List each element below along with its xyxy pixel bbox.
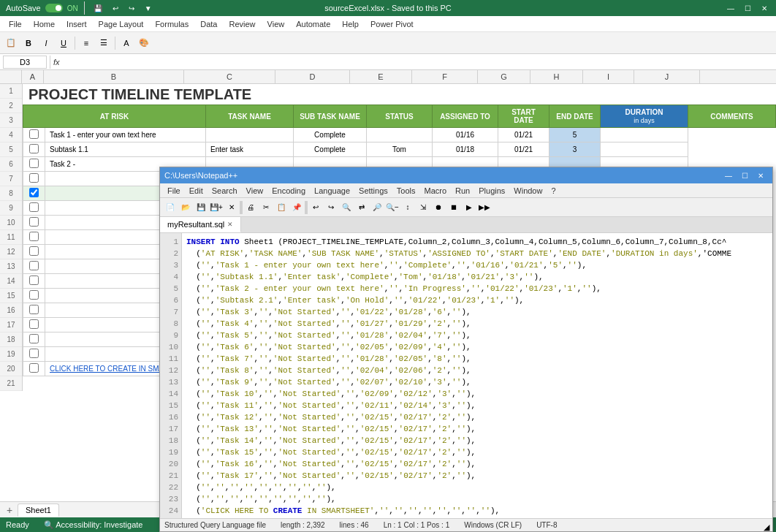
npp-undo-btn[interactable]: ↩ [308,200,323,215]
cb6[interactable] [29,202,39,212]
col-h[interactable]: H [530,70,583,83]
cb7[interactable] [29,217,39,227]
npp-open-btn[interactable]: 📂 [178,200,193,215]
col-f[interactable]: F [412,70,478,83]
npp-menu-file[interactable]: File [163,186,185,196]
col-i[interactable]: I [583,70,634,83]
col-a[interactable]: A [22,70,44,83]
more-icon[interactable]: ▼ [142,4,155,13]
checkbox-cell-2[interactable] [23,142,45,157]
npp-cut-btn[interactable]: ✂ [259,200,273,215]
menu-automate[interactable]: Automate [290,18,336,30]
npp-menu-run[interactable]: Run [451,186,474,196]
npp-zoom-in-btn[interactable]: 🔎 [370,200,384,215]
menu-page-layout[interactable]: Page Layout [93,18,150,30]
col-e[interactable]: E [350,70,412,83]
npp-redo-btn[interactable]: ↪ [324,200,338,215]
cb14[interactable] [29,319,39,329]
checkbox-cell-1[interactable] [23,128,45,142]
checkbox-cell-3[interactable] [23,157,45,172]
npp-minimize-button[interactable]: — [721,170,736,181]
col-d[interactable]: D [275,70,350,83]
cb-click[interactable] [29,363,39,373]
cb8[interactable] [29,232,39,241]
npp-close-button[interactable]: ✕ [753,170,768,181]
cb11[interactable] [29,276,39,285]
npp-copy-btn[interactable]: 📋 [274,200,289,215]
npp-print-btn[interactable]: 🖨 [243,200,258,215]
italic-icon[interactable]: I [38,35,54,51]
npp-code-editor[interactable]: INSERT INTO Sheet1 (PROJECT_TIMELINE_TEM… [182,233,772,392]
npp-menu-macro[interactable]: Macro [419,186,451,196]
npp-save-btn[interactable]: 💾 [194,200,208,215]
npp-macro-play-btn[interactable]: ▶ [462,200,476,215]
cb16[interactable] [29,349,39,358]
bold-icon[interactable]: B [20,35,37,51]
font-color-icon[interactable]: A [118,35,134,51]
checkbox-cell-4[interactable] [23,172,45,186]
npp-menu-view[interactable]: View [242,186,268,196]
npp-word-wrap-btn[interactable]: ⇲ [416,200,430,215]
npp-find-btn[interactable]: 🔍 [339,200,354,215]
npp-menu-encoding[interactable]: Encoding [267,186,310,196]
col-g[interactable]: G [478,70,530,83]
npp-restore-button[interactable]: ☐ [737,170,752,181]
menu-review[interactable]: Review [223,18,261,30]
npp-menu-tools[interactable]: Tools [392,186,420,196]
npp-menu-edit[interactable]: Edit [185,186,208,196]
formula-input[interactable] [63,58,773,66]
cb10[interactable] [29,261,39,270]
npp-menu-window[interactable]: Window [509,186,547,196]
align-left-icon[interactable]: ≡ [78,35,94,51]
redo-icon[interactable]: ↪ [126,4,137,13]
undo-icon[interactable]: ↩ [110,4,121,13]
underline-icon[interactable]: U [56,35,72,51]
fill-color-icon[interactable]: 🎨 [136,35,152,51]
menu-file[interactable]: File [3,18,28,30]
menu-help[interactable]: Help [336,18,365,30]
name-box[interactable] [3,56,47,69]
npp-menu-plugins[interactable]: Plugins [474,186,509,196]
npp-close-btn[interactable]: ✕ [224,200,239,215]
npp-menu-search[interactable]: Search [208,186,242,196]
npp-replace-btn[interactable]: ⇄ [354,200,369,215]
npp-sync-btn[interactable]: ↕ [400,200,415,215]
save-icon[interactable]: 💾 [91,4,105,13]
npp-menu-help[interactable]: ? [547,186,560,196]
npp-run-btn[interactable]: ▶▶ [477,200,492,215]
col-b[interactable]: B [44,70,184,83]
maximize-icon[interactable]: ☐ [742,4,754,13]
npp-new-btn[interactable]: 📄 [163,200,178,215]
npp-tab-resultant[interactable]: myResultant.sql ✕ [160,217,241,232]
npp-save-all-btn[interactable]: 💾+ [209,200,224,215]
col-j[interactable]: J [634,70,700,83]
npp-tab-close-icon[interactable]: ✕ [227,221,233,228]
align-center-icon[interactable]: ☰ [96,35,112,51]
menu-view[interactable]: View [262,18,291,30]
at-risk-checkbox-3[interactable] [29,159,39,168]
menu-home[interactable]: Home [28,18,61,30]
cb9[interactable] [29,246,39,256]
npp-macro-stop-btn[interactable]: ⏹ [446,200,461,215]
cb13[interactable] [29,305,39,314]
menu-data[interactable]: Data [194,18,223,30]
menu-insert[interactable]: Insert [61,18,93,30]
menu-formulas[interactable]: Formulas [149,18,194,30]
npp-menu-language[interactable]: Language [310,186,354,196]
col-c[interactable]: C [184,70,275,83]
checkbox-cell-5[interactable] [23,186,45,201]
close-icon[interactable]: ✕ [758,4,770,13]
at-risk-checkbox-4[interactable] [29,173,39,183]
npp-macro-rec-btn[interactable]: ⏺ [431,200,446,215]
clipboard-icon[interactable]: 📋 [3,35,19,51]
minimize-icon[interactable]: — [724,4,737,13]
at-risk-checkbox-5[interactable] [29,188,39,197]
cb12[interactable] [29,290,39,300]
at-risk-checkbox-2[interactable] [29,144,39,153]
autosave-toggle[interactable] [45,4,63,12]
cb15[interactable] [29,334,39,343]
npp-paste-btn[interactable]: 📌 [289,200,304,215]
npp-menu-settings[interactable]: Settings [354,186,392,196]
menu-power-pivot[interactable]: Power Pivot [365,18,419,30]
at-risk-checkbox-1[interactable] [29,129,39,139]
